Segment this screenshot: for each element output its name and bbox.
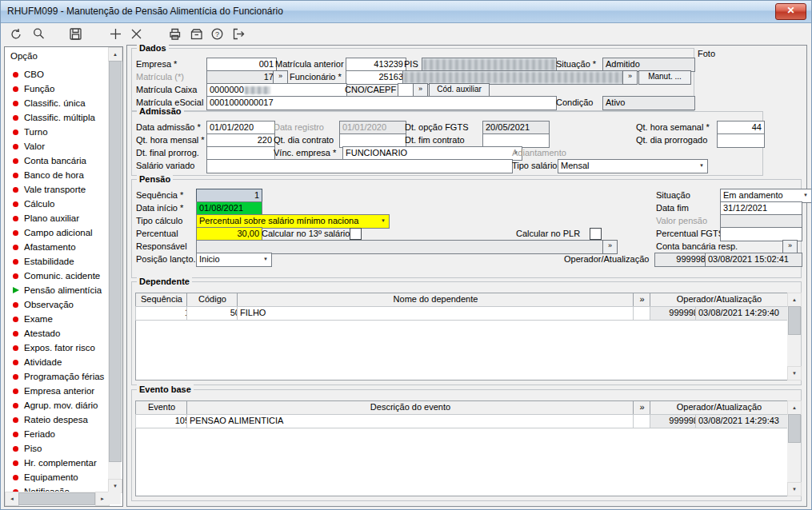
data-admissao-label: Data admissão * bbox=[136, 121, 201, 133]
group-title: Evento base bbox=[137, 384, 194, 394]
sidebar-item[interactable]: Afastamento bbox=[6, 240, 108, 254]
sidebar-item[interactable]: Piso bbox=[6, 441, 108, 456]
bullet-icon bbox=[13, 417, 18, 423]
dependente-cell-operador[interactable]: 999998 bbox=[650, 306, 702, 321]
exit-button[interactable] bbox=[229, 24, 249, 44]
sidebar-item[interactable]: Campo adicional bbox=[6, 225, 108, 240]
sidebar-item-label: Atestado bbox=[24, 329, 60, 338]
sidebar-item[interactable]: Pensão alimentícia bbox=[6, 283, 108, 297]
save-button[interactable] bbox=[66, 24, 86, 44]
data-inicio-label: Data início * bbox=[136, 201, 183, 213]
scrollbar-left-button[interactable]: ◄ bbox=[5, 492, 19, 506]
search-button[interactable] bbox=[29, 24, 49, 44]
sidebar-vertical-scrollbar[interactable]: ▲ ▼ bbox=[108, 47, 121, 492]
pensao-situacao-label: Situação bbox=[656, 189, 690, 201]
help-icon: ? bbox=[210, 26, 225, 42]
scrollbar-thumb[interactable] bbox=[788, 306, 801, 335]
scrollbar-thumb[interactable] bbox=[18, 492, 95, 505]
sidebar-item[interactable]: Equipamento bbox=[6, 470, 108, 484]
calc-13-checkbox[interactable] bbox=[350, 228, 362, 240]
dependente-cell-codigo[interactable]: 50 bbox=[186, 306, 243, 321]
condicao-field[interactable]: Ativo bbox=[602, 96, 695, 110]
sidebar-item[interactable]: Hr. complementar bbox=[6, 456, 108, 470]
sidebar-item[interactable]: Rateio despesa bbox=[6, 412, 108, 427]
bullet-icon bbox=[13, 216, 18, 221]
delete-button[interactable] bbox=[126, 24, 146, 44]
evento-scrollbar[interactable]: ▲ ▼ bbox=[787, 400, 800, 495]
matricula-esocial-field[interactable]: 0001000000017 bbox=[206, 96, 557, 110]
sidebar-item[interactable]: Cálculo bbox=[6, 197, 108, 211]
sidebar-item[interactable]: Atividade bbox=[6, 355, 108, 369]
scrollbar-thumb[interactable] bbox=[788, 414, 801, 443]
sidebar-item[interactable]: Estabilidade bbox=[6, 254, 108, 269]
scrollbar-up-button[interactable]: ▲ bbox=[787, 400, 802, 415]
sidebar-item-label: Empresa anterior bbox=[24, 386, 94, 396]
funcionario-lookup-button[interactable]: » bbox=[622, 70, 638, 85]
bullet-icon bbox=[13, 86, 18, 92]
dependente-cell-nome[interactable]: FILHO bbox=[237, 306, 639, 321]
scrollbar-up-button[interactable]: ▲ bbox=[787, 293, 802, 307]
operador-field[interactable]: 999998 bbox=[654, 253, 709, 267]
sidebar-item[interactable]: CBO bbox=[6, 67, 108, 82]
undo-button[interactable] bbox=[6, 24, 26, 44]
evento-cell-datetime[interactable]: 03/08/2021 14:29:43 bbox=[695, 414, 794, 428]
sidebar-item[interactable]: Plano auxiliar bbox=[6, 211, 108, 225]
responsavel-label: Responsável bbox=[136, 240, 187, 252]
sidebar-item[interactable]: Função bbox=[6, 82, 108, 96]
archive-button[interactable] bbox=[186, 24, 206, 44]
bullet-icon bbox=[13, 460, 18, 466]
scrollbar-up-button[interactable]: ▲ bbox=[108, 47, 122, 62]
sidebar-item[interactable]: Valor bbox=[6, 139, 108, 153]
percentual-label: Percentual bbox=[136, 227, 178, 239]
scrollbar-down-button[interactable]: ▼ bbox=[787, 482, 802, 496]
group-title: Dados bbox=[137, 43, 169, 53]
evento-cell-operador[interactable]: 999998 bbox=[650, 414, 702, 428]
sidebar-item[interactable]: Exame bbox=[6, 312, 108, 326]
sidebar-item[interactable]: Classific. única bbox=[6, 96, 108, 110]
help-button[interactable]: ? bbox=[207, 24, 227, 44]
qt-hora-mensal-label: Qt. hora mensal * bbox=[136, 133, 205, 145]
sidebar-item-label: Pensão alimentícia bbox=[24, 285, 102, 295]
scrollbar-down-button[interactable]: ▼ bbox=[787, 366, 802, 381]
sidebar-item[interactable]: Atestado bbox=[6, 326, 108, 341]
salario-variado-label: Salário variado bbox=[136, 159, 194, 171]
scrollbar-thumb[interactable] bbox=[109, 61, 122, 462]
bullet-icon bbox=[13, 101, 18, 106]
salario-variado-field[interactable] bbox=[206, 159, 513, 173]
sidebar-item[interactable]: Comunic. acidente bbox=[6, 269, 108, 283]
sidebar-horizontal-scrollbar[interactable]: ◄ ► bbox=[5, 492, 108, 504]
dependente-cell-sequencia[interactable]: 1 bbox=[135, 306, 193, 321]
sidebar-item[interactable]: Banco de hora bbox=[6, 168, 108, 182]
sidebar-item[interactable]: Turno bbox=[6, 125, 108, 139]
evento-cell-descricao[interactable]: PENSAO ALIMENTICIA bbox=[186, 414, 639, 428]
cno-caepf-label: CNO/CAEPF bbox=[345, 83, 396, 95]
tipo-calculo-value: Percentual sobre salário mínimo naciona bbox=[199, 215, 377, 226]
manut-button[interactable]: Manut. ... bbox=[638, 70, 691, 85]
bullet-icon bbox=[13, 144, 18, 149]
dependente-cell-datetime[interactable]: 03/08/2021 14:29:40 bbox=[695, 306, 794, 321]
sidebar-item[interactable]: Observação bbox=[6, 297, 108, 312]
dependente-scrollbar[interactable]: ▲ ▼ bbox=[787, 293, 800, 379]
close-icon: ✕ bbox=[786, 5, 794, 16]
operador-datetime-field[interactable]: 03/08/2021 15:02:41 bbox=[705, 253, 802, 267]
qt-dia-prorrogado-field[interactable] bbox=[717, 133, 765, 148]
tipo-salario-select[interactable]: Mensal ▼ bbox=[558, 159, 708, 173]
sidebar-item-label: Expos. fator risco bbox=[24, 343, 95, 353]
chevron-down-icon: ▼ bbox=[378, 215, 389, 226]
print-button[interactable] bbox=[165, 24, 185, 44]
calc-plr-checkbox[interactable] bbox=[590, 228, 602, 240]
add-button[interactable] bbox=[106, 24, 126, 44]
sidebar-item[interactable]: Feriado bbox=[6, 427, 108, 441]
sidebar-item[interactable]: Expos. fator risco bbox=[6, 341, 108, 355]
sidebar-item[interactable]: Empresa anterior bbox=[6, 384, 108, 398]
posicao-lancto-select[interactable]: Inicio ▼ bbox=[196, 253, 272, 267]
sidebar-item-label: Cálculo bbox=[24, 199, 54, 209]
sidebar-item[interactable]: Classific. múltipla bbox=[6, 110, 108, 125]
sidebar-item[interactable]: Programação férias bbox=[6, 369, 108, 384]
sidebar-item[interactable]: Agrup. mov. diário bbox=[6, 398, 108, 412]
close-button[interactable]: ✕ bbox=[775, 3, 806, 20]
sidebar-item[interactable]: Vale transporte bbox=[6, 182, 108, 197]
sidebar-item-label: Piso bbox=[24, 444, 42, 453]
evento-cell-evento[interactable]: 105 bbox=[135, 414, 193, 428]
sidebar-item[interactable]: Conta bancária bbox=[6, 153, 108, 168]
